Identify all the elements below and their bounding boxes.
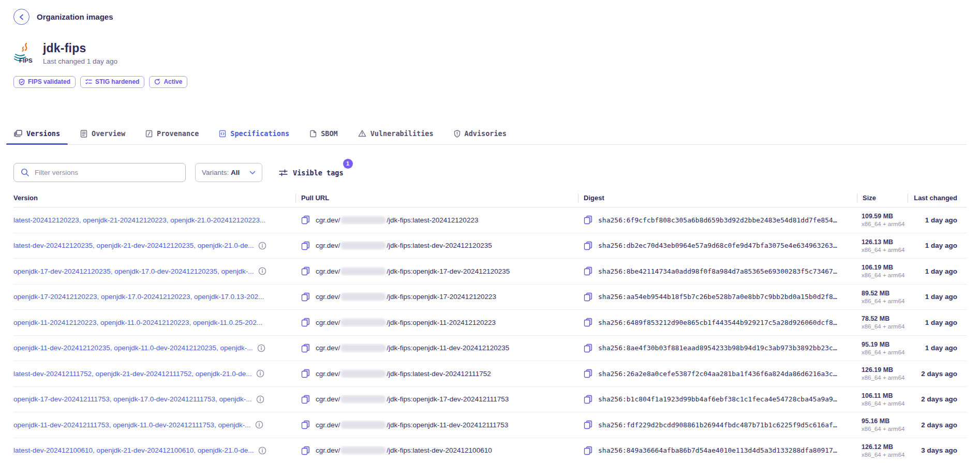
copy-icon[interactable] [584,215,592,225]
copy-icon[interactable] [301,446,310,455]
variants-dropdown[interactable]: Variants: All [195,163,262,182]
visible-tags-count-badge: 1 [343,159,353,169]
back-row: Organization images [13,0,967,25]
pull-url: cgr.dev//jdk-fips:latest-dev-20241212023… [316,242,492,249]
shield-icon [454,130,461,138]
chevron-left-icon [19,14,24,20]
version-tags-link[interactable]: latest-dev-202412100610, openjdk-21-dev-… [13,446,254,454]
pull-url: cgr.dev//jdk-fips:openjdk-11-dev-2024121… [316,344,509,352]
digest-value: sha256:6f9cfcbf808c305a6b8d659b3d92d2bbe… [598,216,837,224]
column-header-digest: Digest [578,194,857,202]
tab-bar: VersionsOverviewProvenanceSpecifications… [13,126,967,145]
visible-tags-label: Visible tags [293,169,344,177]
size-value: 95.19 MB [862,341,908,348]
version-tags-link[interactable]: openjdk-17-dev-202412120235, openjdk-17.… [13,267,254,275]
pull-url: cgr.dev//jdk-fips:latest-dev-20241211175… [316,370,491,378]
search-icon [21,168,29,177]
tab-advisories[interactable]: Advisories [453,126,507,144]
copy-icon[interactable] [301,241,310,250]
copy-icon[interactable] [301,343,310,353]
digest-value: sha256:aa54eb9544b18f5b7c26be528b7a0e8bb… [598,293,837,301]
version-tags-link[interactable]: openjdk-11-dev-202412120235, openjdk-11.… [13,344,253,352]
tab-specifications[interactable]: Specifications [218,126,290,144]
version-tags-link[interactable]: openjdk-11-202412120223, openjdk-11.0-20… [13,319,262,326]
copy-icon[interactable] [584,395,592,404]
copy-icon[interactable] [301,292,310,302]
size-architectures: x86_64 + arm64 [862,452,908,458]
info-icon[interactable] [256,395,264,404]
pull-url: cgr.dev//jdk-fips:openjdk-17-dev-2024121… [316,395,509,403]
copy-icon[interactable] [584,266,592,276]
filter-versions-box [13,163,186,182]
java-fips-logo-icon: FIPS [13,42,35,64]
info-icon[interactable] [256,369,264,378]
redacted-org-name [340,242,386,249]
redacted-org-name [340,216,386,224]
digest-value: sha256:8be42114734a0add98f0f8a984d7a8536… [598,267,837,275]
last-changed-value: 1 day ago [908,319,967,326]
pull-url: cgr.dev//jdk-fips:openjdk-11-dev-2024121… [316,421,508,429]
copy-icon[interactable] [301,266,310,276]
version-tags-link[interactable]: latest-dev-202412120235, openjdk-21-dev-… [13,242,254,249]
digest-value: sha256:8ae4f30b03f881eaad8954233b98b94d1… [598,344,837,352]
copy-icon[interactable] [584,318,592,327]
info-icon[interactable] [258,446,266,455]
chevron-down-icon [249,171,256,175]
size-value: 89.52 MB [862,290,908,297]
copy-icon[interactable] [301,395,310,404]
copy-icon[interactable] [584,446,592,455]
copy-icon[interactable] [584,369,592,378]
visible-tags-button[interactable]: Visible tags 1 [278,167,345,179]
image-last-changed: Last changed 1 day ago [43,57,117,65]
copy-icon[interactable] [584,292,592,302]
redacted-org-name [340,293,386,301]
version-tags-link[interactable]: openjdk-17-202412120223, openjdk-17.0-20… [13,293,264,301]
version-tags-link[interactable]: openjdk-11-dev-202412111753, openjdk-11.… [13,421,251,429]
last-changed-value: 1 day ago [908,267,967,275]
last-changed-value: 1 day ago [908,344,967,352]
tab-vulnerabilities[interactable]: Vulnerabilities [358,126,434,144]
tab-sbom[interactable]: SBOM [309,126,338,144]
info-icon[interactable] [258,267,266,275]
organization-image-page: Organization images FIPS jdk-fips Last c… [0,0,980,463]
copy-icon[interactable] [584,420,592,429]
filter-versions-input[interactable] [35,169,179,176]
variants-value: All [231,169,240,176]
copy-icon[interactable] [301,215,310,225]
info-icon[interactable] [255,421,263,429]
table-row: latest-dev-202412120235, openjdk-21-dev-… [13,233,967,259]
tab-overview[interactable]: Overview [80,126,126,144]
svg-text:FIPS: FIPS [19,57,33,64]
shield-check-icon [19,79,25,85]
size-value: 106.11 MB [862,392,908,399]
size-value: 95.16 MB [862,417,908,425]
pull-url: cgr.dev//jdk-fips:latest-202412120223 [316,216,478,224]
info-icon[interactable] [258,242,266,250]
size-value: 106.19 MB [862,264,908,271]
table-row: openjdk-11-dev-202412120235, openjdk-11.… [13,336,967,362]
copy-icon[interactable] [584,241,592,250]
tab-versions[interactable]: Versions [13,126,61,144]
redacted-org-name [340,395,386,403]
copy-icon[interactable] [301,318,310,327]
last-changed-value: 2 days ago [908,395,967,403]
copy-icon[interactable] [301,420,310,429]
table-row: latest-dev-202412100610, openjdk-21-dev-… [13,438,967,463]
version-tags-link[interactable]: latest-202412120223, openjdk-21-20241212… [13,216,265,224]
document-icon [309,130,317,138]
size-architectures: x86_64 + arm64 [862,349,908,355]
version-tags-link[interactable]: openjdk-17-dev-202412111753, openjdk-17.… [13,395,252,403]
copy-icon[interactable] [584,343,592,353]
code-square-icon [219,130,226,138]
size-value: 126.12 MB [862,443,908,451]
version-tags-link[interactable]: latest-dev-202412111752, openjdk-21-dev-… [13,370,252,378]
table-row: openjdk-17-dev-202412120235, openjdk-17.… [13,259,967,285]
info-icon[interactable] [257,344,265,352]
digest-value: sha256:849a36664afba86b7d54ae4010e113d4d… [598,446,837,454]
back-button[interactable] [13,9,29,25]
stack-icon [14,130,22,138]
image-name: jdk-fips [43,41,117,55]
copy-icon[interactable] [301,369,310,378]
size-architectures: x86_64 + arm64 [862,375,908,381]
tab-provenance[interactable]: Provenance [145,126,199,144]
